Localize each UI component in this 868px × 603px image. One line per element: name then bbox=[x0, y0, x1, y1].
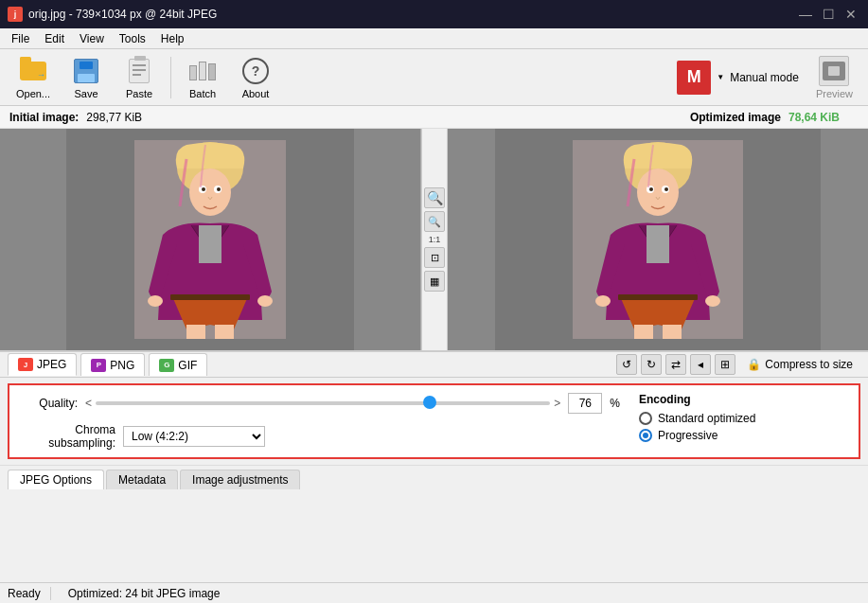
compress-icon: 🔒 bbox=[747, 358, 761, 371]
status-ready: Ready bbox=[8, 587, 41, 600]
svg-point-25 bbox=[664, 187, 668, 191]
minimize-button[interactable]: — bbox=[796, 5, 815, 24]
svg-rect-3 bbox=[199, 225, 221, 263]
toolbar: → Open... Save Paste bbox=[0, 49, 868, 106]
progressive-radio-dot bbox=[643, 433, 648, 438]
jpeg-icon: J bbox=[18, 358, 33, 371]
slider-right-arrow[interactable]: > bbox=[554, 397, 560, 410]
image-info-bar: Initial image: 298,77 KiB Optimized imag… bbox=[0, 106, 868, 129]
format-toolbar: J JPEG P PNG G GIF ↺ ↻ ⇄ ◂ ⊞ 🔒 Compress … bbox=[0, 351, 868, 378]
menu-view[interactable]: View bbox=[72, 30, 112, 47]
grid-button[interactable]: ⊞ bbox=[715, 354, 735, 375]
standard-optimized-option[interactable]: Standard optimized bbox=[639, 412, 847, 425]
zoom-ratio-label: 1:1 bbox=[429, 235, 441, 244]
image-area: 🔍 🔍 1:1 ⊡ ▦ bbox=[0, 129, 868, 351]
arrow-button[interactable]: ◂ bbox=[690, 354, 711, 375]
about-icon: ? bbox=[240, 56, 271, 86]
standard-optimized-label: Standard optimized bbox=[658, 412, 755, 425]
png-label: PNG bbox=[110, 359, 134, 372]
chroma-row: Chroma subsampling: Low (4:2:2) High (4:… bbox=[21, 423, 620, 450]
menu-tools[interactable]: Tools bbox=[112, 30, 153, 47]
progressive-label: Progressive bbox=[658, 429, 717, 442]
menu-help[interactable]: Help bbox=[153, 30, 192, 47]
svg-rect-7 bbox=[215, 325, 234, 339]
settings-panel: Quality: < > 76 % Chroma subsampling: Lo… bbox=[8, 383, 860, 459]
undo-button[interactable]: ↺ bbox=[616, 354, 637, 375]
batch-button[interactable]: Batch bbox=[177, 53, 228, 102]
chroma-label: Chroma subsampling: bbox=[21, 423, 115, 450]
jpeg-tab[interactable]: J JPEG bbox=[8, 353, 77, 376]
toolbar-separator-1 bbox=[170, 57, 171, 98]
close-button[interactable]: ✕ bbox=[841, 5, 860, 24]
zoom-controls: 🔍 🔍 1:1 ⊡ ▦ bbox=[421, 129, 448, 350]
title-bar: j orig.jpg - 739×1034 px @ 24bit JPEG — … bbox=[0, 0, 868, 28]
svg-point-12 bbox=[217, 187, 221, 191]
options-tabs: JPEG Options Metadata Image adjustments bbox=[0, 465, 868, 489]
manual-mode-button[interactable]: M ▼ Manual mode bbox=[669, 57, 806, 98]
slider-thumb[interactable] bbox=[423, 396, 436, 409]
progressive-option[interactable]: Progressive bbox=[639, 429, 847, 442]
redo-button[interactable]: ↻ bbox=[641, 354, 662, 375]
svg-point-4 bbox=[148, 295, 163, 307]
save-button[interactable]: Save bbox=[61, 53, 112, 102]
svg-rect-6 bbox=[186, 325, 205, 339]
quality-slider-container: < > bbox=[85, 397, 560, 410]
open-icon: → bbox=[18, 56, 48, 86]
maximize-button[interactable]: ☐ bbox=[819, 5, 838, 24]
slider-left-arrow[interactable]: < bbox=[85, 397, 92, 410]
flip-button[interactable]: ⇄ bbox=[665, 354, 686, 375]
preview-icon bbox=[819, 56, 849, 86]
about-label: About bbox=[242, 88, 270, 99]
menu-edit[interactable]: Edit bbox=[37, 30, 72, 47]
menu-file[interactable]: File bbox=[4, 30, 37, 47]
thumbnail-button[interactable]: ▦ bbox=[424, 271, 445, 292]
quality-label: Quality: bbox=[21, 397, 78, 410]
quality-value[interactable]: 76 bbox=[568, 393, 602, 414]
svg-point-17 bbox=[595, 295, 611, 307]
manual-mode-dropdown: ▼ bbox=[717, 73, 724, 81]
preview-label: Preview bbox=[816, 88, 853, 99]
jpeg-label: JPEG bbox=[37, 358, 66, 371]
zoom-out-button[interactable]: 🔍 bbox=[424, 211, 445, 232]
initial-image-label: Initial image: bbox=[9, 111, 79, 124]
svg-rect-8 bbox=[170, 294, 250, 300]
gif-tab[interactable]: G GIF bbox=[149, 353, 207, 376]
jpeg-options-tab[interactable]: JPEG Options bbox=[8, 470, 104, 489]
progressive-radio[interactable] bbox=[639, 429, 652, 442]
svg-rect-20 bbox=[663, 325, 682, 339]
svg-rect-16 bbox=[647, 225, 669, 263]
save-icon bbox=[71, 56, 101, 86]
quality-slider[interactable] bbox=[96, 401, 550, 405]
menu-bar: File Edit View Tools Help bbox=[0, 28, 868, 49]
optimized-image-size: 78,64 KiB bbox=[788, 111, 840, 124]
original-image-panel[interactable] bbox=[0, 129, 421, 350]
gif-label: GIF bbox=[178, 359, 197, 372]
image-adjustments-tab[interactable]: Image adjustments bbox=[180, 470, 300, 489]
encoding-title: Encoding bbox=[639, 393, 847, 406]
png-icon: P bbox=[91, 359, 106, 372]
settings-left: Quality: < > 76 % Chroma subsampling: Lo… bbox=[21, 393, 620, 450]
paste-icon bbox=[124, 56, 154, 86]
window-title: orig.jpg - 739×1034 px @ 24bit JPEG bbox=[28, 8, 217, 21]
compress-size-button[interactable]: 🔒 Compress to size bbox=[739, 356, 860, 373]
chroma-select[interactable]: Low (4:2:2) High (4:4:4) Standard (4:2:0… bbox=[123, 426, 265, 447]
optimized-image-panel[interactable] bbox=[448, 129, 868, 350]
zoom-in-button[interactable]: 🔍 bbox=[424, 187, 445, 208]
app-icon: j bbox=[8, 7, 23, 22]
paste-button[interactable]: Paste bbox=[114, 53, 165, 102]
about-button[interactable]: ? About bbox=[230, 53, 281, 102]
open-button[interactable]: → Open... bbox=[8, 53, 59, 102]
preview-button[interactable]: Preview bbox=[808, 52, 860, 103]
fit-button[interactable]: ⊡ bbox=[424, 247, 445, 268]
svg-point-11 bbox=[202, 187, 205, 191]
standard-optimized-radio[interactable] bbox=[639, 412, 652, 425]
png-tab[interactable]: P PNG bbox=[80, 353, 145, 376]
batch-icon bbox=[187, 56, 218, 86]
action-buttons: ↺ ↻ ⇄ ◂ ⊞ 🔒 Compress to size bbox=[616, 354, 860, 375]
paste-label: Paste bbox=[126, 88, 152, 99]
manual-mode-icon: M bbox=[677, 61, 711, 95]
metadata-tab[interactable]: Metadata bbox=[106, 470, 178, 489]
svg-point-5 bbox=[257, 295, 273, 307]
window-controls: — ☐ ✕ bbox=[796, 5, 860, 24]
quality-percent: % bbox=[610, 397, 620, 410]
